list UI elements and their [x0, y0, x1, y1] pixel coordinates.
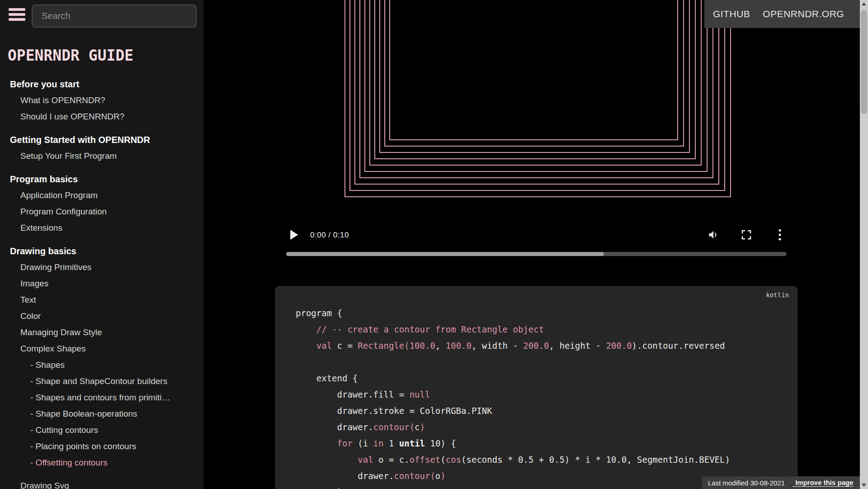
code-block: kotlin program { // -- create a contour … — [275, 286, 797, 489]
sidebar-item[interactable]: Extensions — [0, 220, 203, 236]
fullscreen-icon — [741, 229, 752, 240]
play-button[interactable] — [288, 229, 300, 241]
video-frame-rectangle — [344, 0, 731, 197]
sidebar-item[interactable]: - Shapes and contours from primiti… — [0, 389, 203, 406]
volume-icon — [707, 229, 719, 241]
header-links: GITHUB OPENRNDR.ORG — [704, 0, 860, 28]
scroll-down-icon — [862, 484, 866, 487]
video-time: 0:00 / 0:10 — [310, 231, 349, 240]
mute-button[interactable] — [706, 228, 720, 242]
sidebar-item[interactable]: Complex Shapes — [0, 341, 203, 357]
sidebar-section-header: Before you start — [0, 76, 203, 92]
github-link[interactable]: GITHUB — [713, 9, 750, 19]
sidebar-item[interactable]: - Shape and ShapeContour builders — [0, 373, 203, 389]
guide-title: OPENRNDR GUIDE — [8, 47, 133, 64]
sidebar-item[interactable]: Drawing Svg — [0, 478, 203, 489]
code-content: program { // -- create a contour from Re… — [296, 305, 793, 489]
sidebar-item[interactable]: Managing Draw Style — [0, 324, 203, 341]
openrndr-org-link[interactable]: OPENRNDR.ORG — [763, 9, 844, 19]
sidebar-item[interactable]: Program Configuration — [0, 204, 203, 220]
sidebar-item[interactable]: - Shape Boolean-operations — [0, 406, 203, 422]
sidebar-item[interactable]: - Placing points on contours — [0, 438, 203, 455]
sidebar-item[interactable]: Application Program — [0, 187, 203, 204]
scrollbar-thumb[interactable] — [861, 10, 867, 114]
sidebar-item[interactable]: Setup Your First Program — [0, 148, 203, 164]
sidebar-section-header: Getting Started with OPENRNDR — [0, 132, 203, 148]
kebab-icon — [778, 229, 782, 241]
scroll-down-button[interactable] — [860, 481, 868, 489]
sidebar-section-header: Drawing basics — [0, 243, 203, 259]
fullscreen-button[interactable] — [740, 228, 753, 242]
sidebar-item[interactable]: Should I use OPENRNDR? — [0, 109, 203, 125]
sidebar-item[interactable]: Text — [0, 292, 203, 308]
video-player[interactable]: 0:00 / 0:10 — [275, 0, 797, 269]
last-modified-note: Last modified 30-08-2021 Improve this pa… — [702, 476, 860, 489]
scroll-up-button[interactable] — [860, 0, 868, 8]
sidebar-item[interactable]: - Cutting contours — [0, 422, 203, 438]
last-modified-text: Last modified 30-08-2021 — [708, 479, 785, 487]
scroll-up-icon — [862, 2, 866, 5]
sidebar-item[interactable]: Images — [0, 275, 203, 292]
sidebar-nav: Before you startWhat is OPENRNDR?Should … — [0, 76, 203, 489]
sidebar: OPENRNDR GUIDE Before you startWhat is O… — [0, 0, 203, 489]
hamburger-menu-icon[interactable] — [9, 8, 26, 23]
sidebar-item[interactable]: Drawing Primitives — [0, 259, 203, 275]
sidebar-item[interactable]: - Shapes — [0, 357, 203, 373]
sidebar-item[interactable]: Color — [0, 308, 203, 324]
video-progress-bar[interactable] — [286, 252, 787, 256]
scrollbar[interactable] — [860, 0, 868, 489]
sidebar-item[interactable]: - Offsetting contours — [0, 455, 203, 471]
video-controls: 0:00 / 0:10 — [275, 226, 797, 244]
improve-page-link[interactable]: Improve this page — [793, 479, 853, 487]
code-language-badge: kotlin — [766, 291, 789, 299]
play-icon — [289, 230, 298, 240]
sidebar-section-header: Program basics — [0, 171, 203, 187]
more-options-button[interactable] — [773, 228, 787, 242]
video-progress-buffered — [286, 252, 604, 256]
page: 0:00 / 0:10 kotli — [0, 0, 868, 489]
search-input[interactable] — [32, 5, 197, 28]
sidebar-item[interactable]: What is OPENRNDR? — [0, 92, 203, 109]
